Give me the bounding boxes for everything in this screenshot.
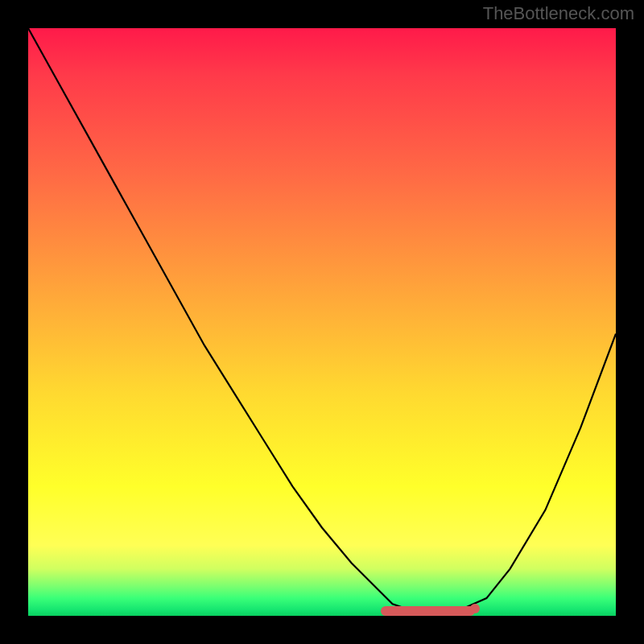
bottleneck-curve bbox=[28, 28, 616, 616]
optimal-point-marker bbox=[470, 604, 480, 613]
optimal-zone-marker bbox=[381, 606, 475, 616]
plot-area bbox=[28, 28, 616, 616]
watermark-text: TheBottleneck.com bbox=[483, 3, 634, 24]
